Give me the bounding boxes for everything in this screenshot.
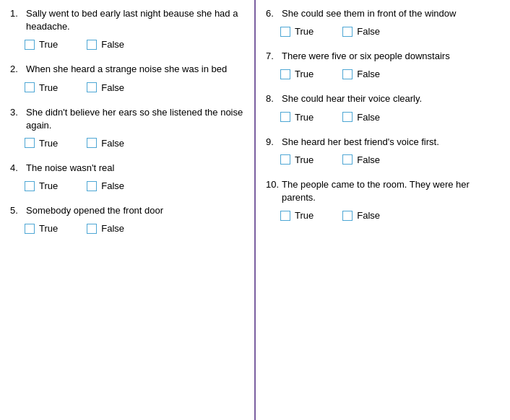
true-label-left-1: True — [39, 39, 58, 50]
false-checkbox-left-2[interactable] — [87, 82, 97, 92]
true-checkbox-right-2[interactable] — [280, 69, 290, 79]
question-body-left-2: When she heard a strange noise she was i… — [26, 63, 227, 76]
false-checkbox-right-1[interactable] — [342, 27, 353, 37]
main-container: 1.Sally went to bed early last night bea… — [0, 0, 510, 420]
false-option-left-1[interactable]: False — [87, 39, 124, 50]
false-label-left-5: False — [101, 223, 124, 234]
question-block-right-2: 7.There were five or six people downstai… — [266, 50, 500, 79]
true-option-right-3[interactable]: True — [280, 112, 314, 123]
question-text-right-4: 9.She heard her best friend's voice firs… — [266, 136, 500, 149]
true-label-right-4: True — [295, 154, 314, 165]
options-right-4: TrueFalse — [266, 154, 500, 165]
question-text-left-2: 2.When she heard a strange noise she was… — [10, 63, 244, 76]
question-number-right-4: 9. — [266, 136, 279, 149]
false-option-right-1[interactable]: False — [342, 26, 380, 37]
options-left-5: TrueFalse — [10, 223, 244, 234]
true-option-left-3[interactable]: True — [25, 138, 58, 149]
true-option-right-2[interactable]: True — [280, 69, 314, 79]
false-checkbox-right-3[interactable] — [342, 112, 353, 122]
question-block-left-1: 1.Sally went to bed early last night bea… — [10, 7, 244, 50]
true-label-left-5: True — [39, 223, 58, 234]
question-body-left-1: Sally went to bed early last night beaus… — [26, 7, 244, 33]
question-block-left-3: 3.She didn't believe her ears so she lis… — [10, 106, 244, 149]
true-label-right-2: True — [295, 69, 314, 79]
false-checkbox-right-5[interactable] — [342, 211, 353, 221]
true-option-right-1[interactable]: True — [280, 26, 314, 37]
true-label-right-1: True — [295, 26, 314, 37]
false-option-left-5[interactable]: False — [87, 223, 124, 234]
true-checkbox-right-5[interactable] — [280, 211, 290, 221]
question-number-left-5: 5. — [10, 204, 23, 217]
false-option-right-4[interactable]: False — [342, 154, 380, 165]
false-checkbox-left-5[interactable] — [87, 224, 97, 234]
question-text-right-2: 7.There were five or six people downstai… — [266, 50, 500, 63]
false-checkbox-left-3[interactable] — [87, 138, 97, 148]
question-number-right-2: 7. — [266, 50, 279, 63]
false-option-right-5[interactable]: False — [342, 210, 380, 221]
true-checkbox-left-5[interactable] — [25, 224, 35, 234]
true-option-left-2[interactable]: True — [25, 82, 58, 93]
false-label-left-4: False — [101, 180, 124, 191]
false-checkbox-left-4[interactable] — [87, 181, 97, 191]
true-checkbox-left-2[interactable] — [25, 82, 35, 92]
true-checkbox-left-4[interactable] — [25, 181, 35, 191]
question-text-left-1: 1.Sally went to bed early last night bea… — [10, 7, 244, 33]
true-option-right-5[interactable]: True — [280, 210, 314, 221]
false-option-right-3[interactable]: False — [342, 112, 380, 123]
question-body-left-4: The noise wasn't real — [26, 162, 114, 175]
question-block-right-1: 6.She could see them in front of the win… — [266, 7, 500, 37]
false-checkbox-right-2[interactable] — [342, 69, 353, 79]
question-text-left-4: 4.The noise wasn't real — [10, 162, 244, 175]
question-body-right-5: The people came to the room. They were h… — [282, 178, 500, 204]
true-checkbox-right-1[interactable] — [280, 27, 290, 37]
true-checkbox-right-4[interactable] — [280, 154, 290, 165]
question-number-left-4: 4. — [10, 162, 23, 175]
true-label-right-3: True — [295, 112, 314, 123]
question-block-right-4: 9.She heard her best friend's voice firs… — [266, 136, 500, 165]
question-body-right-1: She could see them in front of the windo… — [282, 7, 456, 20]
question-body-left-3: She didn't believe her ears so she liste… — [26, 106, 244, 132]
question-body-right-4: She heard her best friend's voice first. — [282, 136, 439, 149]
question-body-left-5: Somebody opened the front door — [26, 204, 163, 217]
left-column: 1.Sally went to bed early last night bea… — [0, 0, 256, 420]
question-block-left-2: 2.When she heard a strange noise she was… — [10, 63, 244, 92]
true-option-left-4[interactable]: True — [25, 180, 58, 191]
true-checkbox-right-3[interactable] — [280, 112, 290, 122]
true-checkbox-left-1[interactable] — [25, 40, 35, 50]
right-column: 6.She could see them in front of the win… — [256, 0, 510, 420]
question-text-right-5: 10.The people came to the room. They wer… — [266, 178, 500, 204]
options-left-1: TrueFalse — [10, 39, 244, 50]
false-label-right-1: False — [357, 26, 380, 37]
true-checkbox-left-3[interactable] — [25, 138, 35, 148]
true-option-right-4[interactable]: True — [280, 154, 314, 165]
false-label-left-2: False — [101, 82, 124, 93]
false-checkbox-left-1[interactable] — [87, 40, 97, 50]
question-text-right-1: 6.She could see them in front of the win… — [266, 7, 500, 20]
question-block-left-4: 4.The noise wasn't realTrueFalse — [10, 162, 244, 191]
false-option-left-2[interactable]: False — [87, 82, 124, 93]
options-right-2: TrueFalse — [266, 69, 500, 79]
true-option-left-1[interactable]: True — [25, 39, 58, 50]
false-option-left-3[interactable]: False — [87, 138, 124, 149]
question-number-left-3: 3. — [10, 106, 23, 132]
question-number-right-1: 6. — [266, 7, 279, 20]
options-right-3: TrueFalse — [266, 112, 500, 123]
false-option-left-4[interactable]: False — [87, 180, 124, 191]
question-body-right-2: There were five or six people downstairs — [282, 50, 450, 63]
question-number-right-3: 8. — [266, 92, 279, 105]
question-number-left-1: 1. — [10, 7, 23, 33]
false-option-right-2[interactable]: False — [342, 69, 380, 79]
options-left-3: TrueFalse — [10, 138, 244, 149]
true-label-left-2: True — [39, 82, 58, 93]
true-option-left-5[interactable]: True — [25, 223, 58, 234]
true-label-left-3: True — [39, 138, 58, 149]
question-text-right-3: 8.She could hear their voice clearly. — [266, 92, 500, 105]
false-label-left-3: False — [101, 138, 124, 149]
false-label-left-1: False — [101, 39, 124, 50]
question-block-left-5: 5.Somebody opened the front doorTrueFals… — [10, 204, 244, 234]
false-checkbox-right-4[interactable] — [342, 154, 353, 165]
question-text-left-3: 3.She didn't believe her ears so she lis… — [10, 106, 244, 132]
options-left-4: TrueFalse — [10, 180, 244, 191]
true-label-left-4: True — [39, 180, 58, 191]
question-number-left-2: 2. — [10, 63, 23, 76]
